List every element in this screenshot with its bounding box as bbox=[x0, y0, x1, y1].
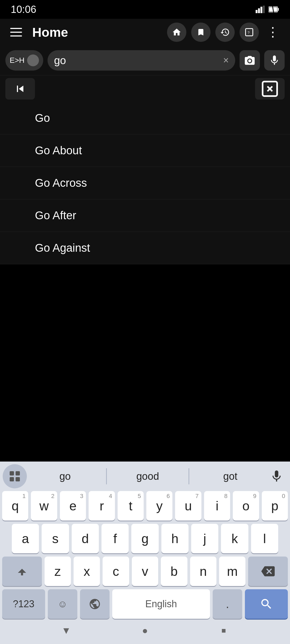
key-u[interactable]: 7 u bbox=[175, 491, 201, 521]
delete-button[interactable] bbox=[255, 78, 285, 100]
home-nav-icon: ● bbox=[142, 625, 148, 636]
key-i[interactable]: 8 i bbox=[204, 491, 230, 521]
key-c[interactable]: c bbox=[103, 557, 129, 586]
close-box-icon bbox=[260, 79, 280, 98]
key-z[interactable]: z bbox=[45, 557, 71, 586]
bookmark-icon bbox=[197, 27, 205, 37]
backspace-button[interactable] bbox=[248, 557, 288, 586]
key-g[interactable]: g bbox=[131, 524, 158, 553]
key-w[interactable]: 2 w bbox=[31, 491, 57, 521]
svg-rect-2 bbox=[260, 7, 262, 13]
svg-line-7 bbox=[273, 6, 274, 13]
more-button[interactable]: ⋮ bbox=[264, 26, 282, 39]
suggestion-go-against[interactable]: Go Against bbox=[0, 232, 290, 264]
suggestion-go[interactable]: Go bbox=[0, 102, 290, 134]
suggestion-text-go-about: Go About bbox=[35, 144, 82, 157]
back-button[interactable]: ▼ bbox=[58, 623, 74, 639]
keyboard-row-3: z x c v b n m bbox=[0, 557, 290, 586]
key-m[interactable]: m bbox=[219, 557, 245, 586]
search-input-value: go bbox=[54, 54, 219, 67]
period-button[interactable]: . bbox=[213, 589, 242, 619]
keyboard-row-1: 1 q 2 w 3 e 4 r 5 t 6 y 7 u 8 i bbox=[0, 491, 290, 521]
svg-rect-0 bbox=[256, 10, 258, 13]
word-suggestion-got[interactable]: got bbox=[195, 471, 266, 482]
suggestions-list: Go Go About Go Across Go After Go Agains… bbox=[0, 102, 290, 264]
emoji-label: ☺ bbox=[58, 598, 68, 610]
globe-icon bbox=[89, 598, 101, 610]
key-h[interactable]: h bbox=[161, 524, 189, 553]
keyboard-row-4: ?123 ☺ English . bbox=[0, 589, 290, 619]
suggestion-go-after[interactable]: Go After bbox=[0, 199, 290, 232]
bookmark-button[interactable] bbox=[191, 23, 211, 42]
shift-button[interactable] bbox=[2, 557, 42, 586]
key-r[interactable]: 4 r bbox=[89, 491, 115, 521]
suggestion-text-go-against: Go Against bbox=[35, 241, 90, 254]
svg-rect-5 bbox=[278, 8, 279, 11]
camera-button[interactable] bbox=[240, 50, 260, 71]
word-divider-2 bbox=[189, 468, 189, 484]
word-suggestion-go[interactable]: go bbox=[30, 471, 101, 482]
camera-icon bbox=[244, 54, 256, 66]
numbers-label: ?123 bbox=[13, 598, 34, 610]
history-button[interactable] bbox=[215, 23, 235, 42]
nav-bar: Home ? ⋮ bbox=[0, 19, 290, 46]
keyboard-area: go good got 1 q 2 w 3 e 4 r bbox=[0, 462, 290, 644]
suggestion-go-across[interactable]: Go Across bbox=[0, 167, 290, 199]
key-q[interactable]: 1 q bbox=[2, 491, 28, 521]
key-e[interactable]: 3 e bbox=[60, 491, 86, 521]
key-k[interactable]: k bbox=[221, 524, 248, 553]
space-label: English bbox=[145, 598, 177, 610]
key-t[interactable]: 5 t bbox=[118, 491, 144, 521]
mic-icon bbox=[269, 54, 280, 66]
svg-text:?: ? bbox=[248, 31, 250, 35]
key-s[interactable]: s bbox=[42, 524, 69, 553]
key-a[interactable]: a bbox=[12, 524, 39, 553]
key-x[interactable]: x bbox=[74, 557, 100, 586]
battery-icon bbox=[269, 6, 279, 13]
clear-button[interactable]: × bbox=[223, 55, 229, 66]
word-suggestion-good[interactable]: good bbox=[112, 471, 183, 482]
key-n[interactable]: n bbox=[190, 557, 216, 586]
status-bar: 10:06 bbox=[0, 0, 290, 19]
keyboard-mic-button[interactable] bbox=[266, 466, 287, 487]
key-v[interactable]: v bbox=[132, 557, 158, 586]
key-y[interactable]: 6 y bbox=[146, 491, 172, 521]
key-b[interactable]: b bbox=[161, 557, 187, 586]
globe-button[interactable] bbox=[80, 589, 110, 619]
menu-button[interactable] bbox=[8, 24, 24, 40]
recents-icon: ■ bbox=[222, 626, 226, 635]
language-toggle[interactable] bbox=[27, 54, 39, 66]
keyboard-row-2: a s d f g h j k l bbox=[0, 524, 290, 553]
mic-button[interactable] bbox=[264, 50, 285, 71]
recents-button[interactable]: ■ bbox=[216, 623, 232, 639]
key-d[interactable]: d bbox=[72, 524, 99, 553]
mic-kbd-icon bbox=[270, 469, 284, 483]
backspace-icon bbox=[261, 565, 275, 578]
history-icon bbox=[220, 27, 230, 37]
home-nav-button[interactable]: ● bbox=[137, 623, 153, 639]
search-input-container[interactable]: go × bbox=[48, 50, 235, 71]
word-divider-1 bbox=[106, 468, 107, 484]
tabs-icon: ? bbox=[244, 27, 254, 37]
keyboard-apps-button[interactable] bbox=[3, 464, 27, 488]
status-icons bbox=[256, 6, 279, 13]
search-button[interactable] bbox=[245, 589, 288, 619]
playback-button[interactable] bbox=[5, 78, 35, 100]
key-l[interactable]: l bbox=[251, 524, 278, 553]
word-chips-area: go good got bbox=[30, 468, 266, 484]
key-f[interactable]: f bbox=[102, 524, 129, 553]
home-icon bbox=[172, 27, 182, 37]
emoji-button[interactable]: ☺ bbox=[48, 589, 77, 619]
key-o[interactable]: 9 o bbox=[233, 491, 259, 521]
system-nav-bar: ▼ ● ■ bbox=[0, 620, 290, 641]
language-selector[interactable]: E>H bbox=[5, 50, 43, 71]
key-j[interactable]: j bbox=[191, 524, 218, 553]
suggestion-text-go: Go bbox=[35, 112, 50, 124]
suggestion-go-about[interactable]: Go About bbox=[0, 134, 290, 167]
home-button[interactable] bbox=[167, 23, 186, 42]
numbers-button[interactable]: ?123 bbox=[2, 589, 45, 619]
suggestion-text-go-across: Go Across bbox=[35, 177, 87, 189]
tabs-button[interactable]: ? bbox=[240, 23, 259, 42]
space-button[interactable]: English bbox=[112, 589, 210, 619]
key-p[interactable]: 0 p bbox=[262, 491, 288, 521]
